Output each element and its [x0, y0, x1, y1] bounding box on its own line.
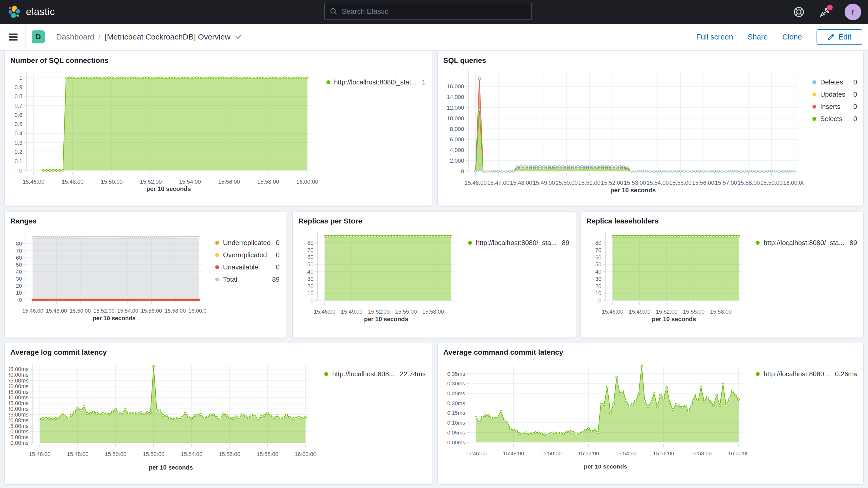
- svg-text:15:52:00: 15:52:00: [140, 179, 162, 185]
- svg-text:0.4: 0.4: [14, 130, 22, 137]
- svg-text:15:52:00: 15:52:00: [601, 180, 623, 186]
- svg-text:10: 10: [595, 290, 601, 297]
- svg-text:0: 0: [461, 168, 464, 175]
- svg-text:50: 50: [595, 262, 601, 268]
- clone-button[interactable]: Clone: [782, 33, 802, 41]
- panel-body: 15:46:0015:48:0015:50:0015:52:0015:54:00…: [5, 225, 286, 326]
- svg-text:15:58:00: 15:58:00: [710, 309, 732, 315]
- svg-text:10.00ms: 10.00ms: [9, 428, 29, 435]
- svg-text:15:58:00: 15:58:00: [257, 179, 279, 185]
- legend-item[interactable]: Unavailable0: [215, 261, 281, 273]
- global-search-input[interactable]: Search Elastic: [324, 3, 532, 20]
- svg-text:15:50:00: 15:50:00: [540, 450, 562, 456]
- legend-dot: [215, 265, 219, 269]
- space-avatar[interactable]: D: [32, 30, 45, 43]
- chart-4[interactable]: 15:46:0015:49:0015:52:0015:55:0015:58:00…: [585, 225, 747, 326]
- chart-5[interactable]: 15:46:0015:48:0015:50:0015:52:0015:54:00…: [9, 357, 315, 475]
- legend-item[interactable]: http://localhost:8080...0.26ms: [756, 368, 859, 380]
- legend-item[interactable]: Inserts0: [812, 100, 859, 113]
- chart-2[interactable]: 15:46:0015:48:0015:50:0015:52:0015:54:00…: [9, 225, 206, 326]
- legend-item[interactable]: Updates0: [812, 88, 859, 100]
- legend-item[interactable]: Underreplicated0: [215, 237, 281, 249]
- legend-value: 1: [417, 78, 427, 86]
- svg-text:0.9: 0.9: [14, 84, 22, 90]
- svg-text:16:00:00: 16:00:00: [188, 308, 206, 314]
- svg-text:15:56:00: 15:56:00: [692, 180, 714, 186]
- breadcrumb: Dashboard / [Metricbeat CockroachDB] Ove…: [56, 32, 243, 41]
- panel-1: SQL queries15:46:0015:47:0015:48:0015:49…: [437, 51, 864, 206]
- svg-text:15:58:00: 15:58:00: [257, 451, 278, 457]
- legend-item[interactable]: Total89: [215, 273, 281, 285]
- svg-text:60: 60: [595, 254, 601, 261]
- chart-legend: http://localhost:8080/_stat...1: [317, 65, 427, 196]
- page-title: [Metricbeat CockroachDB] Overview: [105, 32, 230, 41]
- chart-3[interactable]: 15:46:0015:49:0015:52:0015:55:0015:58:00…: [297, 225, 459, 326]
- svg-text:50: 50: [307, 262, 314, 268]
- svg-text:per 10 seconds: per 10 seconds: [149, 464, 193, 471]
- elastic-logo-icon: [8, 5, 21, 19]
- svg-text:15:54:00: 15:54:00: [117, 308, 138, 314]
- user-avatar[interactable]: r: [845, 4, 861, 20]
- svg-text:15:55:00: 15:55:00: [395, 309, 417, 315]
- legend-item[interactable]: Selects0: [812, 113, 859, 125]
- chart-0[interactable]: 15:46:0015:48:0015:50:0015:52:0015:54:00…: [9, 65, 317, 196]
- legend-item[interactable]: http://localhost:8080/_sta...89: [468, 237, 571, 249]
- legend-label: Updates: [820, 90, 845, 98]
- svg-text:45.00ms: 45.00ms: [9, 389, 29, 395]
- svg-text:40: 40: [16, 269, 22, 275]
- svg-text:15:52:00: 15:52:00: [143, 451, 164, 457]
- legend-dot: [327, 80, 330, 84]
- svg-text:40: 40: [595, 269, 601, 275]
- menu-icon[interactable]: [9, 32, 18, 42]
- panel-5: Average log commit latency15:46:0015:48:…: [4, 343, 432, 484]
- legend-label: Underreplicated: [223, 239, 271, 247]
- svg-text:per 10 seconds: per 10 seconds: [146, 186, 191, 192]
- legend-dot: [812, 105, 816, 109]
- svg-text:0.05ms: 0.05ms: [447, 430, 465, 435]
- search-icon: [330, 7, 338, 15]
- legend-item[interactable]: http://localhost:8080/_stat...1: [327, 76, 427, 88]
- help-icon[interactable]: [793, 6, 805, 18]
- legend-item[interactable]: Overreplicated0: [215, 249, 281, 261]
- svg-text:0.00ms: 0.00ms: [447, 439, 465, 446]
- edit-button-label: Edit: [838, 33, 851, 41]
- chart-6[interactable]: 15:46:0015:48:0015:50:0015:52:0015:54:00…: [442, 357, 747, 475]
- newsfeed-icon[interactable]: [818, 6, 831, 18]
- svg-text:50.00ms: 50.00ms: [9, 383, 29, 390]
- legend-dot: [215, 241, 219, 245]
- chart-1[interactable]: 15:46:0015:47:0015:48:0015:49:0015:50:00…: [442, 65, 804, 196]
- panel-0: Number of SQL connections15:46:0015:48:0…: [4, 51, 432, 206]
- legend-item[interactable]: http://localhost:808...22.74ms: [324, 368, 427, 380]
- chart-legend: Deletes0Updates0Inserts0Selects0: [804, 65, 859, 196]
- svg-text:15.00ms: 15.00ms: [9, 423, 29, 429]
- svg-text:15:47:00: 15:47:00: [487, 180, 509, 186]
- toolbar-actions: Full screen Share Clone Edit: [696, 29, 862, 45]
- svg-text:15:56:00: 15:56:00: [653, 450, 674, 456]
- svg-text:15:50:00: 15:50:00: [555, 180, 578, 186]
- elastic-logo[interactable]: elastic: [8, 5, 55, 19]
- chart-legend: http://localhost:808...22.74ms: [315, 357, 427, 475]
- svg-text:35.00ms: 35.00ms: [9, 400, 29, 406]
- toolbar-divider: [26, 24, 26, 50]
- svg-text:30: 30: [595, 276, 601, 282]
- legend-value: 22.74ms: [395, 370, 427, 378]
- chevron-down-icon[interactable]: [235, 34, 243, 40]
- legend-item[interactable]: Deletes0: [812, 76, 859, 88]
- svg-text:15:46:00: 15:46:00: [29, 451, 51, 457]
- svg-text:0: 0: [19, 297, 22, 303]
- full-screen-button[interactable]: Full screen: [696, 33, 733, 41]
- legend-dot: [812, 117, 816, 121]
- dashboard-toolbar: D Dashboard / [Metricbeat CockroachDB] O…: [0, 24, 868, 51]
- breadcrumb-dashboard-link[interactable]: Dashboard: [56, 32, 94, 41]
- svg-text:15:46:00: 15:46:00: [314, 309, 336, 315]
- svg-text:15:50:00: 15:50:00: [101, 179, 123, 185]
- svg-text:80: 80: [307, 240, 314, 246]
- svg-text:12,000: 12,000: [447, 104, 464, 111]
- legend-label: http://localhost:8080/_sta...: [476, 239, 557, 247]
- svg-text:0.10ms: 0.10ms: [447, 420, 465, 426]
- chart-legend: http://localhost:8080...0.26ms: [747, 357, 859, 475]
- share-button[interactable]: Share: [748, 33, 768, 41]
- svg-text:15:54:00: 15:54:00: [179, 179, 201, 185]
- legend-item[interactable]: http://localhost:8080/_sta...89: [756, 237, 859, 249]
- edit-button[interactable]: Edit: [816, 29, 862, 45]
